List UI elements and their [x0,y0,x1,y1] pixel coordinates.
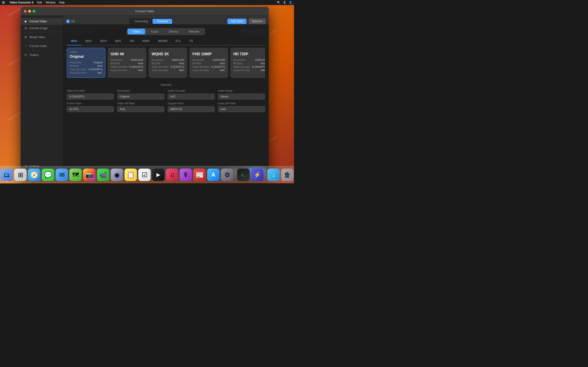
preset-detail-bitrate-2k: Bit Rate Auto [152,62,184,65]
add-video-button[interactable]: Add Video [227,19,246,24]
preset-detail-vencoder-720p: Video Encoder H.264(GPU) [233,65,265,68]
dock-icon-terminal[interactable]: $_ [237,169,250,181]
dock-icon-launchpad[interactable]: ⊞ [14,169,27,181]
preset-detail-aencoder-1080p: Audio Encoder AAC [192,69,225,72]
preset-name-original: Original [70,55,103,59]
setting-video-encoder: Video Encoder H.264(GPU) ⌄ [67,89,114,100]
dock-icon-podcasts[interactable]: 🎙 [180,169,192,181]
dock-icon-notes[interactable]: 📋 [124,169,137,181]
format-panel: Video Audio Device Website MP4 MKV MOV M… [63,24,269,179]
finished-tab[interactable]: Finished [153,19,172,24]
audio-encoder-value: AAC [170,95,176,98]
sidebar-label-convert-audio: Convert Audio [29,44,47,48]
menu-help[interactable]: Help [59,1,65,4]
dock-icon-music[interactable]: ♫ [166,169,178,181]
dock-icon-finder[interactable]: 🗂 [0,169,13,181]
maximize-button[interactable] [33,10,35,13]
preset-card-720p[interactable]: HD 720P Resolution 1280x720 Bit Rate Aut… [230,48,265,78]
video-encoder-value: H.264(GPU) [69,95,85,98]
container-tab-m4v[interactable]: M4V [111,38,126,44]
container-tab-ts[interactable]: TS [185,38,197,44]
sidebar-item-convert-video[interactable]: ▶ Convert Video [21,18,63,25]
menu-window[interactable]: Window [46,1,56,4]
user-icon[interactable]: 👤 [289,1,292,4]
merge-video-icon: ⊞ [24,35,27,39]
preset-detail-bitrate-4k: Bit Rate Auto [111,62,143,65]
dock-icon-trash[interactable]: 🗑 [281,169,294,181]
sidebar-divider-3 [23,50,61,51]
dock-icon-reminders[interactable]: ☑ [138,169,151,181]
status-tab-group: Converting Finished [129,18,173,25]
dock-icon-appletv[interactable]: ▶ [152,169,164,181]
audio-bit-rate-select[interactable]: Auto ⌄ [218,106,265,112]
remove-button[interactable]: Remove [249,19,266,24]
dock-icon-news[interactable]: 📰 [193,169,206,181]
container-tab-webm[interactable]: WEBM [154,38,171,44]
sidebar-item-convert-audio[interactable]: ♪ Convert Audio [21,43,63,50]
sidebar-label-convert-video: Convert Video [29,20,47,23]
sample-rate-value: 48000 HZ [170,108,182,111]
control-center-icon[interactable]: 🎛 [283,1,286,4]
dock-icon-downloads[interactable]: ↓ [267,169,280,181]
dock-icon-maps[interactable]: 🗺 [69,169,82,181]
setting-frame-rate: Frame Rate 24 FPS ⌄ [67,102,114,112]
menu-edit[interactable]: Edit [37,1,42,4]
video-bit-rate-select[interactable]: Auto ⌄ [117,106,164,112]
resolution-label: Resolution [117,89,164,92]
fmt-tab-video[interactable]: Video [128,29,145,34]
dock-icon-siri[interactable]: ◉ [111,169,123,181]
search-icon[interactable]: 🔍 [277,1,280,4]
app-menu-name[interactable]: Video Converter X [10,1,34,4]
container-tab-mov[interactable]: MOV [96,38,111,44]
container-tab-avi[interactable]: AVI [125,38,138,44]
window-title: Convert Video [135,9,154,13]
sample-rate-select[interactable]: 48000 HZ ⌄ [168,106,215,112]
audio-mode-select[interactable]: Stereo ⌄ [218,94,265,100]
dock-icon-bolt[interactable]: ⚡ [251,169,263,181]
frame-rate-value: 24 FPS [69,108,78,111]
preset-detail-vencoder-original: Video Encoder H.264(GPU) [70,68,103,71]
preset-badge-original: Default [70,51,103,53]
dock-icon-safari[interactable]: 🧭 [28,169,40,181]
traffic-lights [24,10,35,13]
dock-icon-messages[interactable]: 💬 [42,169,54,181]
preset-card-1080p[interactable]: FHD 1080P Resolution 1920x1080 Bit Rate … [190,48,228,78]
converting-tab[interactable]: Converting [130,19,153,24]
preset-card-4k[interactable]: UHD 4K Resolution 3840x2160 Bit Rate Aut… [108,48,146,78]
sidebar-item-convert-image[interactable]: ⊕ Convert Image [21,25,63,32]
select-all-checkbox-label[interactable]: ✓ 1/1 [66,20,75,23]
select-all-checkbox[interactable]: ✓ [66,20,69,23]
container-tab-wmv[interactable]: WMV [138,38,154,44]
menubar: ⌘ Video Converter X Edit Window Help 🔍 🎛… [0,0,294,5]
dock-icon-systemprefs[interactable]: ⚙ [221,169,233,181]
resolution-select[interactable]: Original ⌄ [117,94,164,100]
sidebar-label-convert-image: Convert Image [29,27,48,30]
audio-encoder-arrow-icon: ⌄ [210,95,212,98]
preset-detail-vencoder-1080p: Video Encoder H.264(GPU) [192,65,225,68]
video-bit-rate-value: Auto [120,108,125,111]
dock-icon-photos[interactable]: 📷 [83,169,95,181]
sidebar-divider-bottom [23,162,61,162]
fmt-tab-device[interactable]: Device [164,29,183,34]
audio-encoder-select[interactable]: AAC ⌄ [168,94,215,100]
minimize-button[interactable] [28,10,31,13]
dock-icon-mail[interactable]: ✉ [56,169,68,181]
sidebar: ▶ Convert Video ⊕ Convert Image ⊞ Merge … [21,16,63,179]
dock-separator-2 [265,169,266,180]
sidebar-item-merge-video[interactable]: ⊞ Merge Video [21,34,63,41]
fmt-tab-website[interactable]: Website [183,29,204,34]
container-tab-flv[interactable]: FLV [172,38,185,44]
selected-settings-label: Selected [67,83,265,86]
video-encoder-select[interactable]: H.264(GPU) ⌄ [67,94,114,100]
preset-card-original[interactable]: Default Original Resolution Original Bit… [67,48,105,78]
container-tab-mkv[interactable]: MKV [81,38,96,44]
dock-icon-facetime[interactable]: 📹 [97,169,109,181]
frame-rate-select[interactable]: 24 FPS ⌄ [67,106,114,112]
preset-card-2k[interactable]: WQHD 2K Resolution 2560x1440 Bit Rate Au… [149,48,187,78]
dock-icon-appstore[interactable]: A [207,169,220,181]
close-button[interactable] [24,10,27,13]
container-tab-mp4[interactable]: MP4 [67,38,81,45]
sidebar-item-toolbox[interactable]: ⊡ Toolbox [21,52,63,58]
fmt-tab-audio[interactable]: Audio [146,29,163,34]
apple-menu[interactable]: ⌘ [2,1,5,4]
